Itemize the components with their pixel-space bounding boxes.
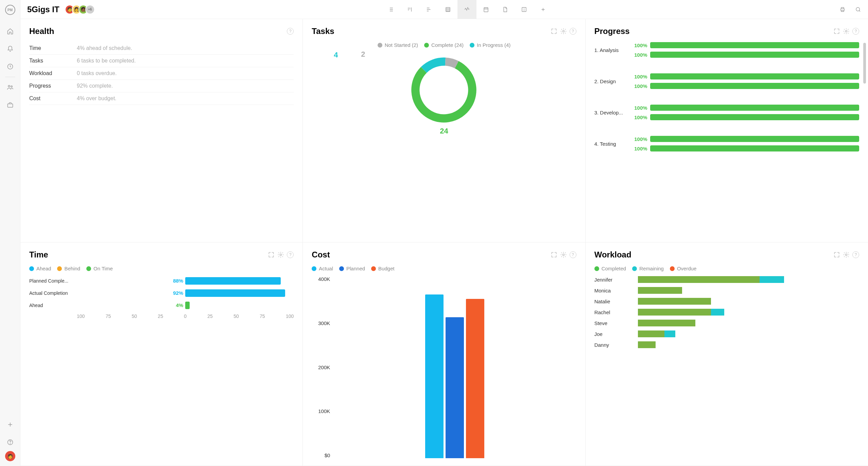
help-rail-icon[interactable] <box>6 438 14 446</box>
view-board-icon[interactable] <box>400 0 419 19</box>
gear-icon[interactable] <box>843 28 850 35</box>
legend-dot <box>470 43 474 48</box>
workload-name: Rachel <box>594 309 635 315</box>
scrollbar[interactable] <box>863 43 866 84</box>
notifications-icon[interactable] <box>6 45 14 53</box>
svg-rect-10 <box>841 8 845 10</box>
dashboard-grid: Health ? Time4% ahead of schedule.Tasks6… <box>20 19 868 466</box>
legend-label: Completed <box>602 266 626 271</box>
gear-icon[interactable] <box>560 28 567 35</box>
legend-label: Budget <box>378 266 395 271</box>
progress-pct: 100% <box>631 136 647 142</box>
expand-icon[interactable] <box>833 28 840 35</box>
donut-label-notstarted: 2 <box>361 50 365 59</box>
gear-icon[interactable] <box>843 251 850 258</box>
axis-tick: 100 <box>77 313 85 319</box>
help-icon[interactable]: ? <box>852 251 859 258</box>
svg-point-11 <box>856 7 860 11</box>
svg-rect-6 <box>446 7 450 12</box>
print-icon[interactable] <box>839 0 846 19</box>
axis-tick: 25 <box>207 313 213 319</box>
help-icon[interactable]: ? <box>287 251 294 258</box>
view-sheet-icon[interactable] <box>438 0 457 19</box>
time-row: Actual Completion92% <box>29 288 294 298</box>
panel-health: Health ? Time4% ahead of schedule.Tasks6… <box>20 19 303 243</box>
cost-bar-actual <box>425 294 444 458</box>
clock-icon[interactable] <box>6 62 14 71</box>
progress-phase-name: 1. Analysis <box>594 47 628 53</box>
workload-seg-remaining <box>711 309 724 316</box>
legend-label: Not Started (2) <box>385 42 418 48</box>
progress-phase-name: 2. Design <box>594 78 628 84</box>
cost-bar-planned <box>446 317 464 458</box>
health-label: Progress <box>29 83 77 89</box>
expand-icon[interactable] <box>551 28 557 35</box>
legend-dot <box>339 266 344 271</box>
legend-dot <box>371 266 376 271</box>
svg-point-5 <box>10 444 10 444</box>
workload-bars <box>638 309 859 316</box>
expand-icon[interactable] <box>268 251 275 258</box>
panel-progress: Progress ? 1. Analysis100%100%2. Design1… <box>586 19 868 243</box>
expand-icon[interactable] <box>833 251 840 258</box>
help-icon[interactable]: ? <box>570 28 576 35</box>
help-icon[interactable]: ? <box>852 28 859 35</box>
briefcase-icon[interactable] <box>6 101 14 109</box>
health-row: Progress92% complete. <box>29 80 294 92</box>
y-axis-label: 200K <box>318 364 330 370</box>
progress-pct: 100% <box>631 105 647 111</box>
add-icon[interactable] <box>6 420 14 429</box>
progress-bar <box>650 42 859 48</box>
user-avatar[interactable]: 🧑 <box>5 451 15 461</box>
health-row: Cost4% over budget. <box>29 92 294 105</box>
workload-name: Monica <box>594 288 635 293</box>
donut-label-complete: 24 <box>440 127 448 136</box>
gear-icon[interactable] <box>277 251 284 258</box>
help-icon[interactable]: ? <box>570 251 576 258</box>
workload-row: Natalie <box>594 298 859 305</box>
help-icon[interactable]: ? <box>287 28 294 35</box>
legend-dot <box>312 266 316 271</box>
legend-label: On Time <box>93 266 113 271</box>
progress-pct: 100% <box>631 114 647 120</box>
legend-label: Complete (24) <box>431 42 464 48</box>
legend-label: Overdue <box>677 266 697 271</box>
svg-point-13 <box>845 31 847 32</box>
home-icon[interactable] <box>6 27 14 35</box>
legend-dot <box>424 43 429 48</box>
panel-title: Workload <box>594 250 631 259</box>
view-gantt-icon[interactable] <box>419 0 438 19</box>
workload-bars <box>638 341 859 348</box>
legend-item: On Time <box>86 266 113 271</box>
time-row-bar <box>185 277 281 285</box>
cost-chart: 400K300K200K100K$0 <box>312 276 576 458</box>
view-file-icon[interactable] <box>496 0 515 19</box>
view-calendar-icon[interactable] <box>476 0 496 19</box>
legend-dot <box>57 266 62 271</box>
view-add-icon[interactable] <box>534 0 553 19</box>
legend-item: Not Started (2) <box>378 42 418 48</box>
search-icon[interactable] <box>855 0 861 19</box>
view-list-icon[interactable] <box>381 0 400 19</box>
progress-bar <box>650 136 859 142</box>
legend-item: Remaining <box>632 266 664 271</box>
expand-icon[interactable] <box>551 251 557 258</box>
y-axis-label: 300K <box>318 320 330 326</box>
legend-dot <box>86 266 91 271</box>
workload-row: Jennifer <box>594 276 859 283</box>
legend-item: Ahead <box>29 266 51 271</box>
team-avatar-stack[interactable]: 🧑 👩 🧑🏾 +6 <box>65 5 95 14</box>
workload-seg-remaining <box>664 330 676 337</box>
legend-item: Actual <box>312 266 333 271</box>
team-icon[interactable] <box>6 83 14 91</box>
workload-name: Danny <box>594 342 635 348</box>
view-risk-icon[interactable] <box>515 0 534 19</box>
app-logo[interactable]: PM <box>5 5 15 15</box>
axis-tick: 25 <box>158 313 163 319</box>
view-dashboard-icon[interactable] <box>457 0 476 19</box>
gear-icon[interactable] <box>560 251 567 258</box>
time-row-value: 4% <box>176 302 183 308</box>
time-row-bar <box>185 289 285 297</box>
svg-point-2 <box>11 86 12 87</box>
workload-row: Joe <box>594 330 859 337</box>
